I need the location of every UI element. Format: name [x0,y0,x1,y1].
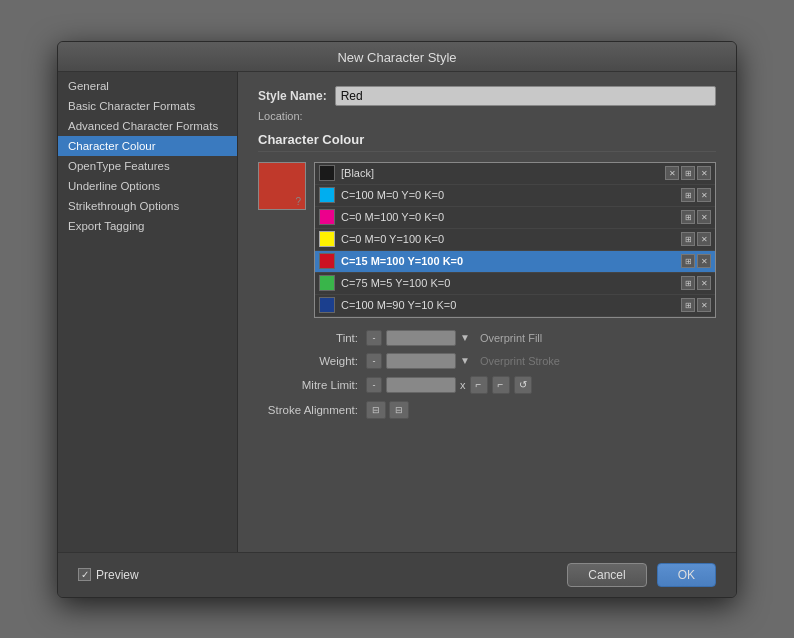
color-name-black: [Black] [341,167,661,179]
color-icon-grid-green[interactable]: ⊞ [681,276,695,290]
sidebar-item-underline-options[interactable]: Underline Options [58,176,237,196]
color-icons-yellow: ⊞ ✕ [681,232,711,246]
color-name-red: C=15 M=100 Y=100 K=0 [341,255,677,267]
overprint-stroke-label: Overprint Stroke [480,355,560,367]
color-area: [Black] ✕ ⊞ ✕ C=100 M=0 Y=0 K=0 ⊞ ✕ [258,162,716,318]
color-icons-cyan: ⊞ ✕ [681,188,711,202]
color-icon-grid-yellow[interactable]: ⊞ [681,232,695,246]
section-title: Character Colour [258,132,716,152]
weight-input-group: - ▼ Overprint Stroke [366,353,560,369]
title-bar: New Character Style [58,42,736,72]
weight-decrement-btn[interactable]: - [366,353,382,369]
main-panel: Style Name: Location: Character Colour [… [238,72,736,552]
color-icons-red: ⊞ ✕ [681,254,711,268]
mitre-icon-3[interactable]: ↺ [514,376,532,394]
color-icons-green: ⊞ ✕ [681,276,711,290]
style-name-row: Style Name: [258,86,716,106]
sidebar-item-strikethrough-options[interactable]: Strikethrough Options [58,196,237,216]
color-swatch-cyan [319,187,335,203]
sidebar-item-basic-char-formats[interactable]: Basic Character Formats [58,96,237,116]
color-icon-grid-magenta[interactable]: ⊞ [681,210,695,224]
color-swatch-black [319,165,335,181]
color-list-item-blue[interactable]: C=100 M=90 Y=10 K=0 ⊞ ✕ [315,295,715,317]
sidebar-item-general[interactable]: General [58,76,237,96]
tint-input[interactable] [386,330,456,346]
color-name-blue: C=100 M=90 Y=10 K=0 [341,299,677,311]
color-list-item-cyan[interactable]: C=100 M=0 Y=0 K=0 ⊞ ✕ [315,185,715,207]
color-list-item-magenta[interactable]: C=0 M=100 Y=0 K=0 ⊞ ✕ [315,207,715,229]
color-icon-x-magenta[interactable]: ✕ [697,210,711,224]
ok-button[interactable]: OK [657,563,716,587]
color-icons-blue: ⊞ ✕ [681,298,711,312]
color-icon-grid-blue[interactable]: ⊞ [681,298,695,312]
color-list-item-red[interactable]: C=15 M=100 Y=100 K=0 ⊞ ✕ [315,251,715,273]
color-swatch-red [319,253,335,269]
color-icon-grid-red[interactable]: ⊞ [681,254,695,268]
preview-label: Preview [96,568,139,582]
color-swatch-magenta [319,209,335,225]
color-icon-x2-black[interactable]: ✕ [697,166,711,180]
tint-label: Tint: [258,332,358,344]
color-swatch-yellow [319,231,335,247]
color-list-item-green[interactable]: C=75 M=5 Y=100 K=0 ⊞ ✕ [315,273,715,295]
stroke-align-icons: ⊟ ⊟ [366,401,409,419]
footer-right: Cancel OK [567,563,716,587]
color-name-cyan: C=100 M=0 Y=0 K=0 [341,189,677,201]
location-row: Location: [258,110,716,122]
color-list-item-black[interactable]: [Black] ✕ ⊞ ✕ [315,163,715,185]
preview-checkbox[interactable]: ✓ [78,568,91,581]
color-name-magenta: C=0 M=100 Y=0 K=0 [341,211,677,223]
footer-left: ✓ Preview [78,568,139,582]
color-list-container[interactable]: [Black] ✕ ⊞ ✕ C=100 M=0 Y=0 K=0 ⊞ ✕ [314,162,716,318]
footer: ✓ Preview Cancel OK [58,552,736,597]
tint-dropdown-icon[interactable]: ▼ [460,332,470,343]
color-icon-x-cyan[interactable]: ✕ [697,188,711,202]
sidebar-item-export-tagging[interactable]: Export Tagging [58,216,237,236]
mitre-icon-1[interactable]: ⌐ [470,376,488,394]
sidebar: General Basic Character Formats Advanced… [58,72,238,552]
dialog: New Character Style General Basic Charac… [57,41,737,598]
tint-row: Tint: - ▼ Overprint Fill [258,330,716,346]
mitre-limit-input-group: - x ⌐ ⌐ ↺ [366,376,532,394]
color-icon-x-green[interactable]: ✕ [697,276,711,290]
sidebar-item-advanced-char-formats[interactable]: Advanced Character Formats [58,116,237,136]
mitre-limit-input[interactable] [386,377,456,393]
color-icon-x-black[interactable]: ✕ [665,166,679,180]
color-icons-magenta: ⊞ ✕ [681,210,711,224]
mitre-decrement-btn[interactable]: - [366,377,382,393]
color-preview-swatch [258,162,306,210]
stroke-align-icon-2[interactable]: ⊟ [389,401,409,419]
style-name-input[interactable] [335,86,716,106]
mitre-limit-label: Mitre Limit: [258,379,358,391]
dialog-title: New Character Style [337,50,456,65]
stroke-align-icon-1[interactable]: ⊟ [366,401,386,419]
weight-dropdown-icon[interactable]: ▼ [460,355,470,366]
color-icon-x-red[interactable]: ✕ [697,254,711,268]
cancel-button[interactable]: Cancel [567,563,646,587]
color-swatch-blue [319,297,335,313]
mitre-limit-row: Mitre Limit: - x ⌐ ⌐ ↺ [258,376,716,394]
color-icon-x-yellow[interactable]: ✕ [697,232,711,246]
color-icon-x-blue[interactable]: ✕ [697,298,711,312]
color-name-green: C=75 M=5 Y=100 K=0 [341,277,677,289]
color-icons-black: ✕ ⊞ ✕ [665,166,711,180]
sidebar-item-opentype-features[interactable]: OpenType Features [58,156,237,176]
tint-input-group: - ▼ Overprint Fill [366,330,542,346]
stroke-alignment-row: Stroke Alignment: ⊟ ⊟ [258,401,716,419]
tint-decrement-btn[interactable]: - [366,330,382,346]
preview-checkbox-container[interactable]: ✓ Preview [78,568,139,582]
stroke-alignment-label: Stroke Alignment: [258,404,358,416]
mitre-x-label: x [460,379,466,391]
color-swatch-green [319,275,335,291]
color-icon-grid-cyan[interactable]: ⊞ [681,188,695,202]
color-list-item-yellow[interactable]: C=0 M=0 Y=100 K=0 ⊞ ✕ [315,229,715,251]
color-icon-grid-black[interactable]: ⊞ [681,166,695,180]
sidebar-item-character-colour[interactable]: Character Colour [58,136,237,156]
overprint-fill-label: Overprint Fill [480,332,542,344]
weight-input[interactable] [386,353,456,369]
mitre-icons: ⌐ ⌐ ↺ [470,376,532,394]
style-name-label: Style Name: [258,89,327,103]
color-name-yellow: C=0 M=0 Y=100 K=0 [341,233,677,245]
content-area: General Basic Character Formats Advanced… [58,72,736,552]
mitre-icon-2[interactable]: ⌐ [492,376,510,394]
